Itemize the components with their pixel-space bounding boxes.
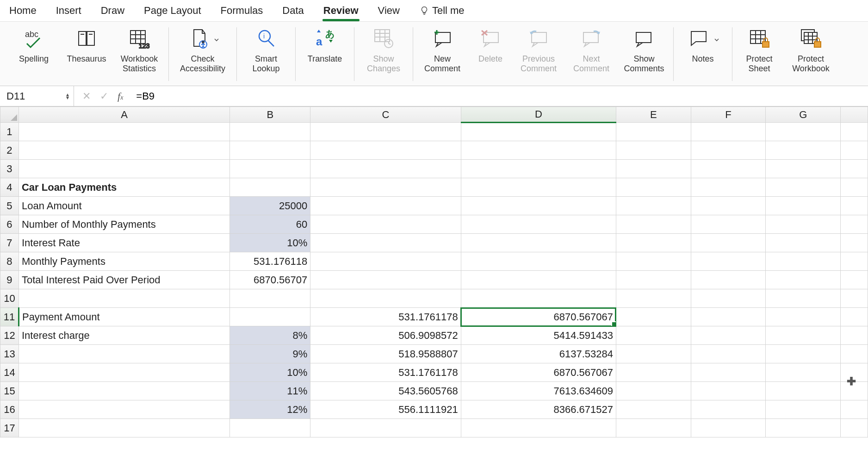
name-box-spinner[interactable]: ▴▾ xyxy=(66,93,69,100)
tab-draw[interactable]: Draw xyxy=(100,3,125,21)
row-header[interactable]: 1 xyxy=(0,123,19,141)
row-header[interactable]: 12 xyxy=(0,326,19,345)
cell[interactable] xyxy=(841,271,868,289)
row-header[interactable]: 9 xyxy=(0,271,19,289)
cell-B8[interactable]: 531.176118 xyxy=(230,252,310,271)
cell[interactable] xyxy=(616,215,691,234)
cell[interactable] xyxy=(841,400,868,419)
cell-B16[interactable]: 12% xyxy=(230,400,310,419)
cell-B6[interactable]: 60 xyxy=(230,215,310,234)
cell[interactable] xyxy=(841,178,868,197)
cell[interactable] xyxy=(461,289,616,308)
cell-A12[interactable]: Interest charge xyxy=(19,326,229,345)
cell[interactable] xyxy=(616,160,691,178)
cell[interactable] xyxy=(691,178,766,197)
cell[interactable] xyxy=(230,308,310,326)
tab-insert[interactable]: Insert xyxy=(55,3,82,21)
cell[interactable] xyxy=(691,345,766,363)
tab-data[interactable]: Data xyxy=(281,3,304,21)
cell[interactable] xyxy=(310,123,461,141)
cell[interactable] xyxy=(616,197,691,215)
notes-button[interactable]: Notes xyxy=(682,25,724,64)
cell[interactable] xyxy=(310,178,461,197)
cell[interactable] xyxy=(691,215,766,234)
cell[interactable] xyxy=(766,123,841,141)
cell-A9[interactable]: Total Interest Paid Over Period xyxy=(19,271,229,289)
row-header[interactable]: 11 xyxy=(0,308,19,326)
cell[interactable] xyxy=(616,271,691,289)
cell[interactable] xyxy=(19,382,229,400)
cell[interactable] xyxy=(19,123,229,141)
cell[interactable] xyxy=(310,271,461,289)
next-comment-button[interactable]: Next Comment xyxy=(570,25,612,73)
cell[interactable] xyxy=(766,345,841,363)
cell[interactable] xyxy=(691,123,766,141)
col-header-H[interactable] xyxy=(841,107,868,123)
cell[interactable] xyxy=(841,289,868,308)
cell[interactable] xyxy=(766,400,841,419)
row-header[interactable]: 15 xyxy=(0,382,19,400)
cell[interactable] xyxy=(691,234,766,252)
cell[interactable] xyxy=(841,252,868,271)
cell-B15[interactable]: 11% xyxy=(230,382,310,400)
protect-sheet-button[interactable]: Protect Sheet xyxy=(741,25,778,73)
tab-home[interactable]: Home xyxy=(8,3,37,21)
cell[interactable] xyxy=(616,382,691,400)
row-header[interactable]: 5 xyxy=(0,197,19,215)
cell[interactable] xyxy=(19,289,229,308)
col-header-E[interactable]: E xyxy=(616,107,691,123)
col-header-B[interactable]: B xyxy=(230,107,310,123)
check-accessibility-button[interactable]: Check Accessibility xyxy=(177,25,228,73)
cell-B5[interactable]: 25000 xyxy=(230,197,310,215)
cell-B9[interactable]: 6870.56707 xyxy=(230,271,310,289)
show-changes-button[interactable]: Show Changes xyxy=(363,25,404,73)
protect-workbook-button[interactable]: Protect Workbook xyxy=(789,25,833,73)
cell[interactable] xyxy=(230,160,310,178)
cell[interactable] xyxy=(616,234,691,252)
cell-D14[interactable]: 6870.567067 xyxy=(461,363,616,382)
row-header[interactable]: 4 xyxy=(0,178,19,197)
cell[interactable] xyxy=(461,234,616,252)
cell[interactable] xyxy=(461,160,616,178)
tab-tell-me[interactable]: Tell me xyxy=(418,3,465,21)
cell[interactable] xyxy=(766,363,841,382)
cell[interactable] xyxy=(766,197,841,215)
cell[interactable] xyxy=(691,382,766,400)
cell-A5[interactable]: Loan Amount xyxy=(19,197,229,215)
cell[interactable] xyxy=(691,400,766,419)
cell[interactable] xyxy=(230,419,310,437)
cell[interactable] xyxy=(841,308,868,326)
cell-C15[interactable]: 543.5605768 xyxy=(310,382,461,400)
cell[interactable] xyxy=(841,215,868,234)
cell[interactable] xyxy=(616,345,691,363)
cell[interactable] xyxy=(691,326,766,345)
cell[interactable] xyxy=(616,141,691,160)
row-header[interactable]: 14 xyxy=(0,363,19,382)
cell[interactable] xyxy=(766,178,841,197)
cell-B14[interactable]: 10% xyxy=(230,363,310,382)
translate-button[interactable]: aあ Translate xyxy=(304,25,346,64)
cell[interactable] xyxy=(841,345,868,363)
cell[interactable] xyxy=(841,363,868,382)
cell[interactable] xyxy=(461,419,616,437)
cell[interactable] xyxy=(691,252,766,271)
cell[interactable] xyxy=(691,141,766,160)
row-header[interactable]: 10 xyxy=(0,289,19,308)
accept-formula-icon[interactable]: ✓ xyxy=(100,90,108,102)
cell-D15[interactable]: 7613.634609 xyxy=(461,382,616,400)
tab-page-layout[interactable]: Page Layout xyxy=(143,3,202,21)
cell[interactable] xyxy=(766,252,841,271)
cell-D12[interactable]: 5414.591433 xyxy=(461,326,616,345)
new-comment-button[interactable]: New Comment xyxy=(422,25,463,73)
row-header[interactable]: 3 xyxy=(0,160,19,178)
row-header[interactable]: 6 xyxy=(0,215,19,234)
cell[interactable] xyxy=(841,326,868,345)
cell-C16[interactable]: 556.1111921 xyxy=(310,400,461,419)
cell[interactable] xyxy=(766,215,841,234)
row-header[interactable]: 8 xyxy=(0,252,19,271)
cell[interactable] xyxy=(19,400,229,419)
cell[interactable] xyxy=(616,123,691,141)
cell[interactable] xyxy=(310,197,461,215)
spreadsheet-grid[interactable]: A B C D E F G 1 2 3 4Car Loan Payments 5… xyxy=(0,106,868,437)
cell[interactable] xyxy=(841,160,868,178)
